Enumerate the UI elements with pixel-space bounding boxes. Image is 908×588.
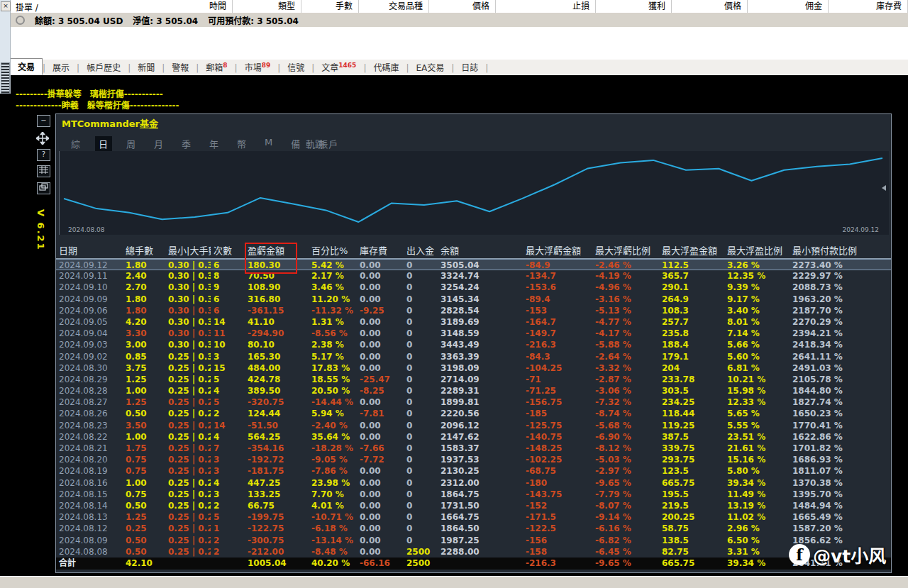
chart-scroll-arrow-icon[interactable] [882,185,886,191]
orders-col-lead[interactable]: 掛單 / [0,1,81,13]
table-row[interactable]: 2024.08.271.250.25 | 0.255-320.75-14.44 … [56,396,891,408]
col-header-8[interactable]: 出入金 [404,243,438,258]
cell: 0.30 | 0.30 [165,270,211,282]
tab-帳戶歷史[interactable]: 帳戶歷史 [79,60,128,75]
cell: 5 [211,396,245,408]
tab-EA交易[interactable]: EA交易 [409,60,451,75]
close-icon[interactable]: × [1,1,11,11]
cell: 1622.86 % [790,431,891,443]
table-row[interactable]: 2024.09.091.800.30 | 0.306316.8011.20 %0… [56,294,891,305]
col-header-9[interactable]: 余額 [438,243,523,258]
col-header-14[interactable]: 最小預付款比例 [790,243,891,258]
table-row[interactable]: 2024.08.303.750.25 | 0.2515484.0017.83 %… [56,362,891,374]
col-header-10[interactable]: 最大浮虧金額 [523,243,592,258]
col-header-11[interactable]: 最大浮虧比例 [592,243,659,258]
cell: 2289.31 [438,385,523,396]
cell: 0.25 | 0.25 [165,362,211,374]
orders-col-8[interactable]: 價格 [672,0,748,13]
table-row[interactable]: 2024.09.102.700.30 | 0.309108.903.46 %0.… [56,282,891,293]
tab-郵箱[interactable]: 郵箱8 [199,60,234,75]
tab-警報[interactable]: 警報 [165,60,196,75]
tab-展示[interactable]: 展示 [45,60,77,75]
period-tab-幣[interactable]: 幣 [233,136,250,151]
orders-col-4[interactable]: 交易品種 [359,0,429,13]
equity-chart[interactable]: 2024.08.08 2024.09.12 [59,151,889,235]
table-row[interactable]: 2024.08.211.750.25 | 0.257-354.16-18.28 … [56,443,891,454]
table-row[interactable]: 2024.08.200.750.25 | 0.253-192.72-9.05 %… [56,454,891,465]
tab-市場[interactable]: 市場89 [238,60,278,75]
col-header-7[interactable]: 庫存費 [357,243,404,258]
orders-col-7[interactable]: 獲利 [596,0,672,13]
table-row[interactable]: 2024.08.260.500.25 | 0.252124.445.94 %-7… [56,408,891,419]
orders-col-5[interactable]: 價格 [429,0,496,13]
table-row[interactable]: 2024.08.291.250.25 | 0.255424.7818.55 %-… [56,374,891,385]
orders-col-2[interactable]: 類型 [233,0,301,13]
period-tab-年[interactable]: 年 [206,136,223,151]
restore-window-icon[interactable] [37,182,50,194]
orders-col-9[interactable]: 佣金 [748,0,829,13]
period-tab-M[interactable]: M [261,136,277,151]
table-row[interactable]: 2024.09.020.850.25 | 0.303165.305.17 %0.… [56,351,891,362]
table-row[interactable]: 2024.09.043.300.30 | 0.3011-294.90-8.56 … [56,328,891,339]
cell: 2024.08.09 [56,535,123,546]
col-header-13[interactable]: 最大浮盈比例 [724,243,790,258]
period-tab-備[interactable]: 備 [287,136,304,151]
col-header-12[interactable]: 最大浮盈金額 [659,243,724,258]
table-row[interactable]: 2024.08.080.500.25 | 0.252-212.00-8.48 %… [56,546,891,558]
collapse-icon[interactable]: − [37,115,50,127]
period-tab-綜[interactable]: 綜 [67,136,84,151]
tab-新聞[interactable]: 新聞 [131,60,162,75]
cell: 0.00 [357,523,404,534]
tab-交易[interactable]: 交易 [10,58,43,75]
table-row[interactable]: 2024.08.190.750.25 | 0.253-181.75-7.86 %… [56,465,891,477]
tab-日誌[interactable]: 日誌 [454,60,485,75]
cell: 2220.56 [438,408,523,419]
table-row[interactable]: 2024.08.221.000.25 | 0.254564.2535.64 %0… [56,431,891,443]
table-row[interactable]: 2024.08.150.750.25 | 0.253133.257.70 %0.… [56,489,891,500]
cell: 0.75 [123,489,165,500]
period-tab-月[interactable]: 月 [150,136,167,151]
period-tab-周[interactable]: 周 [123,136,140,151]
tab-代碼庫[interactable]: 代碼庫 [366,60,406,75]
table-row[interactable]: 2024.09.054.200.30 | 0.301441.101.31 %0.… [56,316,891,328]
grid-settings-icon[interactable] [37,165,50,177]
tab-文章[interactable]: 文章1465 [314,60,363,75]
col-header-4[interactable]: 次數 [211,243,245,258]
orders-col-6[interactable]: 止損 [496,0,596,13]
table-row[interactable]: 2024.09.112.400.30 | 0.30870.502.17 %0.0… [56,270,891,282]
col-header-6[interactable]: 百分比% [309,243,357,258]
table-row[interactable]: 2024.08.120.250.25 | 0.251-122.75-6.18 %… [56,523,891,534]
period-tab-日[interactable]: 日 [95,136,112,151]
cell: 3.26 % [724,260,790,270]
table-row[interactable]: 2024.08.090.500.25 | 0.252-300.75-13.14 … [56,535,891,546]
orders-col-10[interactable]: 庫存費 [829,0,908,13]
cell: 290.1 [659,282,724,293]
orders-col-3[interactable]: 手數 [301,0,359,13]
col-header-3[interactable]: 最小|大手數 [165,243,211,258]
period-tab-季[interactable]: 季 [178,136,195,151]
cell: 233.78 [659,374,724,385]
tab-信號[interactable]: 信號 [280,60,311,75]
col-header-2[interactable]: 總手數 [123,243,165,258]
table-row[interactable]: 2024.08.233.500.25 | 0.2514-51.50-2.40 %… [56,420,891,431]
table-row[interactable]: 2024.09.033.000.30 | 0.301080.102.38 %0.… [56,339,891,350]
cell: 0.25 | 0.25 [165,535,211,546]
cell: 0 [404,535,438,546]
cell: 2024.08.29 [56,374,123,385]
table-row[interactable]: 2024.09.121.800.30 | 0.306180.305.42 %0.… [56,259,891,270]
cell: 1 [211,523,245,534]
col-header-1[interactable]: 日期 [56,243,123,258]
move-icon[interactable] [36,132,48,143]
table-row[interactable]: 2024.08.140.500.25 | 0.25266.754.01 %0.0… [56,500,891,511]
orders-col-1[interactable]: 時間 [81,0,233,13]
help-icon[interactable]: ? [37,149,50,161]
track-label[interactable]: 軌跡 [306,137,324,150]
cell: 133.25 [245,489,309,500]
total-row[interactable]: 合計42.101005.0440.20 %-66.162500-216.3-9.… [56,558,891,570]
table-row[interactable]: 2024.08.281.000.25 | 0.254389.5020.50 %-… [56,385,891,396]
left-vertical-tab[interactable] [1,62,10,94]
table-row[interactable]: 2024.08.131.250.25 | 0.255-199.75-10.71 … [56,511,891,523]
table-row[interactable]: 2024.08.161.000.25 | 0.254447.2523.98 %0… [56,477,891,489]
table-row[interactable]: 2024.09.061.800.30 | 0.306-361.15-11.32 … [56,305,891,316]
cell: 2 [211,408,245,419]
